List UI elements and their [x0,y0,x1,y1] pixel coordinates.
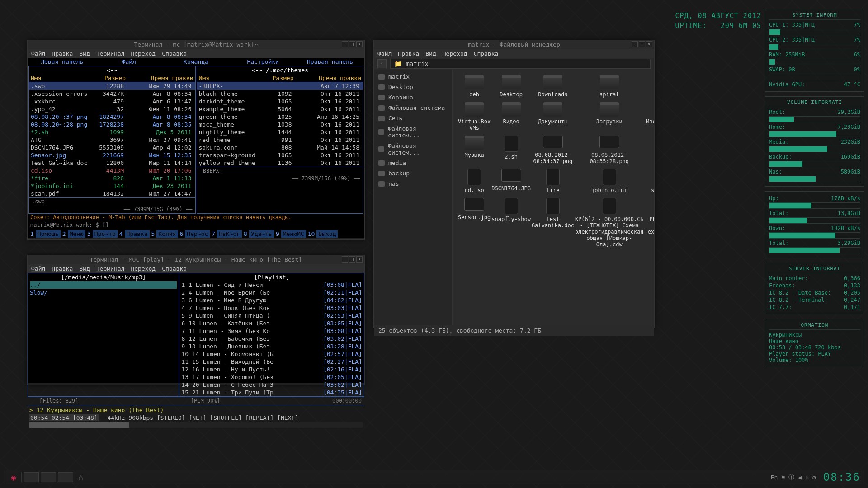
fm-item[interactable]: jobinfo.ini [575,169,644,193]
menu-item[interactable]: Справка [162,265,187,272]
minimize-icon[interactable]: _ [632,41,638,47]
playlist-item[interactable]: 10 14 Lumen - Космонавт (Б[02:57|FLA] [179,350,364,358]
fm-item[interactable]: ATG [645,136,654,164]
close-icon[interactable]: × [646,41,652,47]
taskbar-item[interactable] [24,472,39,482]
fm-item[interactable]: Видео [491,102,531,131]
sidebar-item[interactable]: Файловая систем... [374,123,452,141]
sidebar-item[interactable]: Сеть [374,113,452,123]
sidebar-item[interactable]: media [374,158,452,168]
fm-item[interactable]: Изображения [645,102,654,131]
mc-head-cell[interactable]: Правая панель [297,58,363,66]
sidebar-item[interactable]: Файловая система [374,103,452,113]
fm-content[interactable]: debDesktopDownloadsspiralthemesVirtualBo… [453,70,654,325]
menu-item[interactable]: Терминал [96,265,125,272]
minimize-icon[interactable]: _ [342,41,348,47]
fm-item[interactable]: Документы [532,102,574,131]
mc-row[interactable]: Sensor.jpg221669Июн 15 12:35 [29,151,195,159]
mc-right-panel[interactable]: <-~ /.moc/themes ИмяРазмерВремя правки -… [197,66,364,214]
menu-item[interactable]: Терминал [96,50,125,57]
fm-item[interactable]: Музыка [458,136,491,164]
moc-playlist[interactable]: [Playlist] 1 1 Lumen - Сид и Ненси[03:08… [179,273,364,397]
menu-item[interactable]: Вид [79,265,90,272]
playlist-item[interactable]: 4 7 Lumen - Волк (Без Кон[03:03|FLA] [179,304,364,312]
playlist-item[interactable]: 12 16 Lumen - Ну и Пусть![02:16|FLA] [179,366,364,373]
playlist-item[interactable]: 15 21 Lumen - Три Пути (Тр[04:35|FLA] [179,389,364,396]
network-icon[interactable]: ↕ [805,474,809,481]
mc-row[interactable]: *jobinfo.ini144Дек 23 2011 [29,182,195,190]
playlist-item[interactable]: 13 17 Lumen - Хорошо! (Без[02:05|FLA] [179,373,364,381]
volume-icon[interactable]: ◀ [798,474,802,481]
mc-fn-key[interactable]: Выход [316,230,338,238]
menu-item[interactable]: Вид [425,50,436,57]
playlist-item[interactable]: 6 10 Lumen - Катёнки (Без[03:05|FLA] [179,319,364,327]
fm-item[interactable]: Загрузки [575,102,644,131]
menu-bar[interactable]: ФайлПравкаВидТерминалПереходСправка [28,49,364,58]
fm-item[interactable]: cd.iso [458,169,491,193]
maximize-icon[interactable]: □ [349,41,355,47]
fm-item[interactable]: DSCN1764.JPG [491,169,531,193]
moc-browser-item[interactable]: ../ [30,281,177,289]
moc-progress[interactable] [29,422,363,428]
menu-item[interactable]: Файл [31,50,45,57]
mc-fn-key[interactable]: МенюМС [281,230,306,238]
mc-row[interactable]: 08.08.20~:28.png1728238Авг 8 08:35 [29,121,195,128]
mc-row[interactable]: sakura.conf808Май 14 14:58 [197,144,363,151]
fm-item[interactable]: 2.sh [491,136,531,164]
menu-item[interactable]: Правка [52,50,73,57]
mc-row[interactable]: .xsession-errors34427KАвг 8 08:34 [29,90,195,98]
playlist-item[interactable]: 2 4 Lumen - Моё Время (Бе[02:21|FLA] [179,289,364,296]
back-button[interactable]: ‹ [377,59,387,68]
mc-row[interactable]: black_theme1092Окт 16 2011 [197,90,363,98]
mc-row[interactable]: *fire820Авг 1 11:13 [29,174,195,182]
minimize-icon[interactable]: _ [342,256,348,263]
maximize-icon[interactable]: □ [349,256,355,263]
playlist-item[interactable]: 11 15 Lumen - Выходной (Бе[02:27|FLA] [179,358,364,366]
mc-fn-key[interactable]: НвК~ог [217,230,242,238]
mc-row[interactable]: -ВВЕРХ-Авг 7 12:39 [197,82,363,90]
fm-item[interactable]: РЕКВИЗИТЫ ООО Технотех.doc [645,198,654,248]
menu-item[interactable]: Файл [31,265,45,272]
playlist-item[interactable]: 14 20 Lumen - С Небес На З[03:02|FLA] [179,381,364,389]
playlist-item[interactable]: 7 11 Lumen - Зима (Без Ко[03:08|FLA] [179,327,364,335]
mc-row[interactable]: DSCN1764.JPG5553109Апр 4 12:02 [29,144,195,151]
fm-item[interactable]: themes [645,75,654,98]
fm-item[interactable]: Test Galvanika.doc [532,198,574,248]
mc-fn-key[interactable]: Про~тр [93,230,118,238]
taskbar-item[interactable] [58,472,73,482]
mc-fn-key[interactable]: Меню [68,230,85,238]
sidebar-item[interactable]: Файловая систем... [374,141,452,158]
fm-item[interactable]: spiral [575,75,644,98]
lang-indicator[interactable]: En [771,474,778,481]
fm-item[interactable]: scan.pdf [645,169,654,193]
mc-head-cell[interactable]: Левая панель [28,58,95,66]
close-icon[interactable]: × [356,41,363,47]
moc-browser-item[interactable]: Slow/ [30,289,177,296]
window-file-manager[interactable]: matrix - Файловый менеджер _ □ × ФайлПра… [373,40,655,328]
mc-left-panel[interactable]: <-~ ИмяРазмерВремя правки .swp12288Июн 2… [28,66,196,214]
mc-row[interactable]: scan.pdf184132Июл 27 14:47 [29,190,195,197]
sidebar-item[interactable]: nas [374,178,452,189]
playlist-item[interactable]: 8 12 Lumen - Бабочки (Без[03:02|FLA] [179,335,364,343]
mc-prompt[interactable]: matrix@Matrix-work:~$ [] [28,221,364,229]
fm-item[interactable]: VirtualBox VMs [458,102,491,131]
sidebar-item[interactable]: matrix [374,71,452,82]
window-mc[interactable]: Терминал - mc [matrix@Matrix-work]~ _ □ … [27,40,365,240]
system-tray[interactable]: En ⚑ ⓘ ◀ ↕ ⚙ [771,473,816,481]
mc-row[interactable]: .xxkbrc479Авг 6 13:47 [29,98,195,105]
fm-item[interactable]: fire [532,169,574,193]
sidebar-item[interactable]: backup [374,168,452,178]
mc-row[interactable]: cd.iso4413MИюл 20 17:06 [29,167,195,174]
menu-item[interactable]: Переход [131,50,156,57]
mc-row[interactable]: .ypp_4232Фев 11 08:26 [29,105,195,113]
menu-item[interactable]: Справка [474,50,499,57]
window-moc[interactable]: Терминал - MOC [play] - 12 Кукрыниксы - … [27,255,365,385]
mc-row[interactable]: Test Gal~ika.doc12800Мар 11 14:14 [29,159,195,167]
gear-icon[interactable]: ⚙ [812,474,816,481]
mc-row[interactable]: ATG3697Июл 27 09:41 [29,136,195,144]
fm-item[interactable]: snapfly-show [491,198,531,248]
mc-row[interactable]: .swp12288Июн 29 14:49 [29,82,195,90]
address-bar[interactable]: 📁 matrix [390,59,651,69]
moc-browser[interactable]: [/media/media/Musik/mp3] ../Slow/ [28,273,179,397]
mc-head-cell[interactable]: Настройки [230,58,297,66]
